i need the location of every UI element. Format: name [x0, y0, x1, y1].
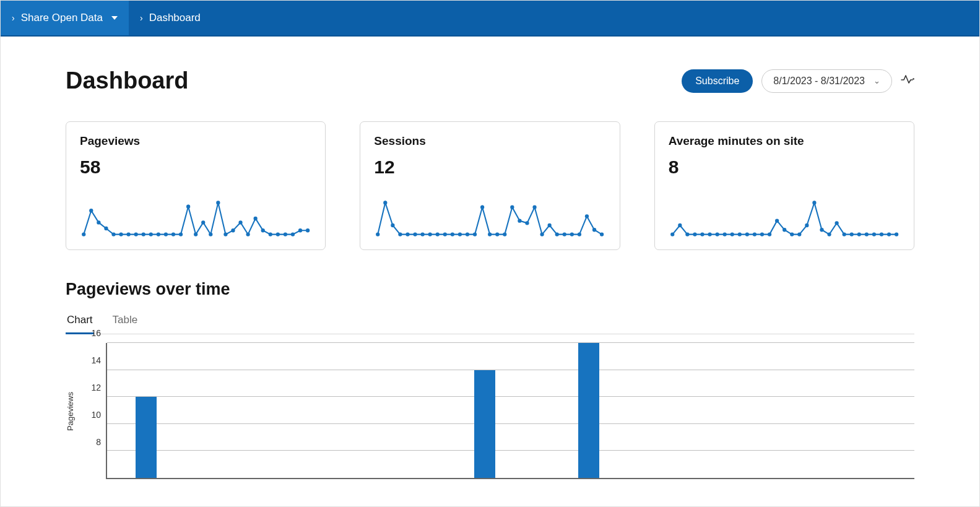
svg-point-53 [533, 206, 537, 209]
bar-slot [576, 343, 602, 478]
pageviews-chart: Pageviews 810121416 [66, 343, 914, 479]
svg-point-28 [284, 232, 287, 236]
bar-slot [316, 343, 342, 478]
bar-slot [420, 343, 446, 478]
bar[interactable] [578, 343, 599, 478]
svg-point-3 [97, 220, 100, 224]
breadcrumb-dashboard[interactable]: › Dashboard [129, 1, 212, 35]
svg-point-87 [849, 232, 853, 236]
svg-point-1 [82, 232, 85, 236]
bar-slot [368, 343, 394, 478]
svg-point-60 [585, 214, 589, 218]
bar-slot [133, 343, 159, 478]
date-range-text: 8/1/2023 - 8/31/2023 [773, 76, 865, 87]
chevron-right-icon: › [12, 13, 15, 23]
header-row: Dashboard Subscribe 8/1/2023 - 8/31/2023… [66, 67, 914, 94]
svg-point-79 [790, 232, 794, 236]
bar-slot [524, 343, 550, 478]
svg-point-21 [231, 228, 235, 232]
bar-slot [498, 343, 524, 478]
svg-point-33 [384, 201, 388, 204]
stat-cards: Pageviews 58 Sessions 12 Average minutes… [66, 121, 914, 250]
chevron-right-icon: › [140, 13, 143, 23]
svg-point-64 [678, 223, 682, 227]
page-title: Dashboard [66, 67, 188, 94]
bar-slot [237, 343, 263, 478]
bar-slot [654, 343, 680, 478]
svg-point-4 [104, 227, 108, 230]
svg-point-65 [685, 232, 689, 236]
bar-slot [732, 343, 758, 478]
bar-slot [758, 343, 784, 478]
svg-point-75 [760, 232, 764, 236]
svg-point-69 [715, 232, 719, 236]
top-navbar: › Share Open Data › Dashboard [1, 1, 979, 37]
ytick: 12 [91, 383, 101, 392]
card-title: Average minutes on site [669, 134, 900, 148]
svg-point-88 [857, 232, 861, 236]
svg-point-22 [238, 220, 242, 224]
card-title: Sessions [374, 134, 605, 148]
svg-point-16 [194, 232, 197, 236]
svg-point-85 [835, 221, 838, 225]
svg-point-44 [466, 232, 469, 236]
chart-table-tabs: Chart Table [66, 310, 914, 334]
bar-slot [289, 343, 315, 478]
svg-point-74 [752, 232, 756, 236]
section-title: Pageviews over time [66, 280, 914, 299]
svg-point-92 [887, 232, 891, 236]
bar[interactable] [474, 370, 495, 478]
svg-point-19 [216, 201, 220, 204]
bar-slot [810, 343, 836, 478]
card-sessions: Sessions 12 [360, 121, 620, 250]
svg-point-10 [149, 232, 153, 236]
nav-share-open-data[interactable]: › Share Open Data [1, 1, 129, 35]
ytick: 16 [91, 328, 101, 338]
svg-point-93 [895, 232, 898, 236]
svg-point-36 [406, 232, 410, 236]
svg-point-7 [126, 232, 130, 236]
card-value: 8 [669, 157, 900, 178]
svg-point-9 [142, 232, 145, 236]
svg-point-86 [842, 232, 846, 236]
svg-point-51 [518, 219, 522, 222]
svg-point-30 [298, 228, 302, 232]
chart-yticks: 810121416 [81, 343, 103, 479]
bar-slot [185, 343, 211, 478]
svg-point-18 [209, 232, 212, 236]
bar[interactable] [136, 397, 157, 478]
bar-slot [107, 343, 133, 478]
tab-chart[interactable]: Chart [66, 310, 94, 334]
activity-icon[interactable] [901, 74, 914, 87]
card-title: Pageviews [80, 134, 311, 148]
svg-point-46 [480, 206, 484, 209]
chart-ylabel-wrap: Pageviews [66, 343, 75, 479]
svg-point-50 [511, 206, 514, 209]
svg-point-43 [458, 232, 462, 236]
card-value: 58 [80, 157, 311, 178]
tab-table[interactable]: Table [111, 310, 139, 334]
date-range-picker[interactable]: 8/1/2023 - 8/31/2023 ⌄ [761, 69, 892, 93]
svg-point-26 [269, 232, 272, 236]
chart-ylabel: Pageviews [66, 392, 75, 431]
bar-slot [342, 343, 368, 478]
chevron-down-icon: ⌄ [874, 76, 880, 85]
subscribe-button[interactable]: Subscribe [682, 69, 753, 93]
bar-slot [211, 343, 237, 478]
chart-area: 810121416 [81, 343, 914, 479]
svg-point-37 [414, 232, 417, 236]
svg-point-76 [768, 232, 771, 236]
svg-point-67 [700, 232, 704, 236]
svg-point-66 [693, 232, 696, 236]
chart-plot [106, 343, 914, 479]
bar-slot [394, 343, 420, 478]
svg-point-35 [399, 232, 402, 236]
svg-point-82 [812, 201, 816, 204]
header-actions: Subscribe 8/1/2023 - 8/31/2023 ⌄ [682, 69, 914, 93]
bar-slot [602, 343, 628, 478]
svg-point-14 [179, 232, 183, 236]
bar-slot [680, 343, 706, 478]
svg-point-73 [745, 232, 748, 236]
svg-point-27 [276, 232, 280, 236]
bar-slot [550, 343, 576, 478]
